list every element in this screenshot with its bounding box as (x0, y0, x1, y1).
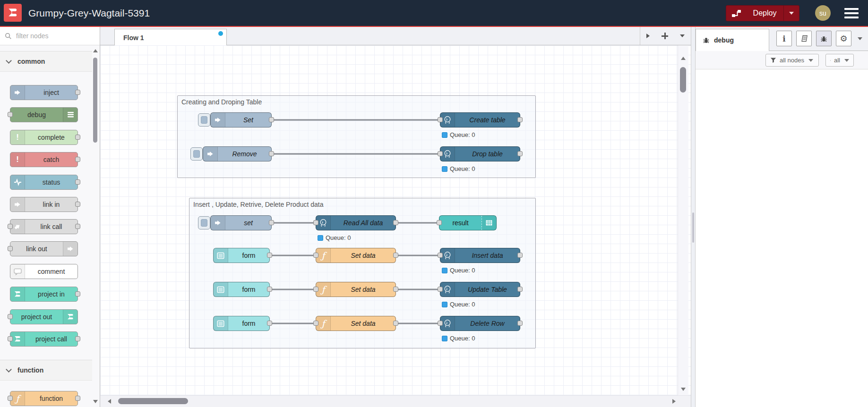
tab-debug[interactable]: debug (696, 29, 769, 51)
flow-canvas[interactable]: Creating and Droping Table Insert , Upda… (100, 45, 691, 407)
output-port[interactable] (75, 224, 80, 229)
output-port[interactable] (75, 202, 80, 207)
inject-button[interactable] (198, 216, 210, 229)
divider-drag-handle[interactable] (692, 212, 694, 243)
table-node-result[interactable]: result (439, 215, 497, 230)
form-node[interactable]: form (213, 316, 270, 331)
scrollbar-thumb[interactable] (93, 58, 97, 143)
postgres-node-update-table[interactable]: Update Table (440, 282, 520, 297)
scroll-up-arrow[interactable] (681, 57, 686, 60)
inject-button[interactable] (198, 113, 210, 127)
debug-clear-button[interactable]: all (825, 54, 854, 67)
debug-filter-button[interactable]: all nodes (765, 54, 819, 67)
add-flow-button[interactable] (662, 33, 668, 39)
palette-node-debug[interactable]: debug (10, 107, 78, 122)
inject-node-set[interactable]: Set (210, 112, 272, 127)
output-port[interactable] (267, 253, 272, 258)
info-tab-button[interactable]: i (776, 31, 792, 46)
input-port[interactable] (313, 321, 318, 326)
output-port[interactable] (517, 253, 523, 258)
palette-category-common[interactable]: common (0, 51, 92, 72)
sidebar-menu-caret[interactable] (858, 37, 862, 40)
palette-node-comment[interactable]: comment (10, 264, 78, 279)
output-port[interactable] (267, 321, 272, 326)
output-port[interactable] (267, 287, 272, 292)
output-port[interactable] (75, 396, 80, 401)
input-port[interactable] (8, 112, 13, 117)
input-port[interactable] (438, 151, 443, 156)
flow-list-caret[interactable] (680, 34, 685, 37)
input-port[interactable] (438, 321, 443, 326)
form-node[interactable]: form (213, 248, 270, 263)
main-menu-button[interactable] (844, 8, 859, 18)
postgres-node-read-all-data[interactable]: Read All data (316, 215, 396, 230)
config-nodes-tab-button[interactable]: ⚙ (836, 31, 851, 46)
scroll-down-arrow[interactable] (681, 388, 686, 391)
output-port[interactable] (393, 287, 398, 292)
palette-node-link-in[interactable]: link in (10, 197, 78, 212)
output-port[interactable] (517, 287, 523, 292)
input-port[interactable] (8, 336, 13, 341)
postgres-node-insert-data[interactable]: Insert data (440, 248, 520, 263)
user-avatar[interactable]: su (815, 5, 831, 21)
deploy-options-caret[interactable] (783, 6, 799, 21)
output-port[interactable] (517, 117, 523, 122)
input-port[interactable] (8, 246, 13, 251)
palette-node-project-call[interactable]: project call (10, 331, 78, 347)
output-port[interactable] (75, 291, 80, 297)
input-port[interactable] (313, 220, 318, 225)
output-port[interactable] (269, 117, 274, 122)
palette-node-complete[interactable]: ! complete (10, 130, 78, 145)
output-port[interactable] (75, 157, 80, 162)
input-port[interactable] (437, 220, 442, 225)
form-node[interactable]: form (213, 282, 270, 297)
canvas-horizontal-scrollbar[interactable] (100, 395, 691, 407)
inject-button[interactable] (190, 147, 203, 161)
debug-messages-panel[interactable] (696, 69, 868, 407)
palette-scrollbar[interactable] (93, 45, 98, 407)
next-tab-arrow[interactable] (646, 34, 650, 38)
tab-flow-1[interactable]: Flow 1 (114, 29, 227, 46)
palette-node-project-in[interactable]: project in (10, 287, 78, 302)
group-creating-dropping-table[interactable]: Creating and Droping Table (177, 95, 536, 178)
function-node-set-data[interactable]: ƒ Set data (316, 282, 396, 297)
scroll-down-arrow[interactable] (93, 400, 98, 403)
output-port[interactable] (393, 220, 398, 225)
output-port[interactable] (269, 220, 274, 225)
postgres-node-create-table[interactable]: Create table (440, 112, 520, 127)
palette-node-inject[interactable]: inject (10, 85, 78, 100)
palette-node-catch[interactable]: ! catch (10, 152, 78, 167)
output-port[interactable] (75, 90, 80, 95)
function-node-set-data[interactable]: ƒ Set data (316, 248, 396, 263)
scroll-up-arrow[interactable] (93, 49, 98, 52)
palette-node-status[interactable]: status (10, 175, 78, 190)
palette-node-link-call[interactable]: link call (10, 219, 78, 234)
output-port[interactable] (393, 253, 398, 258)
palette-category-function[interactable]: function (0, 360, 92, 381)
output-port[interactable] (75, 135, 80, 140)
palette-node-function[interactable]: ƒ function (10, 391, 78, 406)
input-port[interactable] (438, 117, 443, 122)
filter-nodes-input[interactable] (15, 32, 88, 40)
output-port[interactable] (75, 179, 80, 185)
input-port[interactable] (8, 396, 13, 401)
input-port[interactable] (438, 287, 443, 292)
output-port[interactable] (517, 151, 523, 156)
help-tab-button[interactable] (796, 31, 812, 46)
scrollbar-thumb[interactable] (680, 67, 686, 93)
output-port[interactable] (269, 151, 274, 156)
debug-tab-button[interactable] (816, 31, 832, 46)
input-port[interactable] (438, 253, 443, 258)
input-port[interactable] (313, 287, 318, 292)
scroll-left-arrow[interactable] (108, 399, 111, 404)
palette-node-link-out[interactable]: link out (10, 241, 78, 256)
scrollbar-thumb[interactable] (118, 398, 188, 404)
palette-node-project-out[interactable]: project out (10, 309, 78, 324)
inject-node-remove[interactable]: Remove (203, 146, 272, 161)
input-port[interactable] (8, 314, 13, 319)
input-port[interactable] (313, 253, 318, 258)
function-node-set-data[interactable]: ƒ Set data (316, 316, 396, 331)
postgres-node-delete-row[interactable]: Delete Row (440, 316, 520, 331)
canvas-vertical-scrollbar[interactable] (678, 45, 688, 396)
output-port[interactable] (393, 321, 398, 326)
